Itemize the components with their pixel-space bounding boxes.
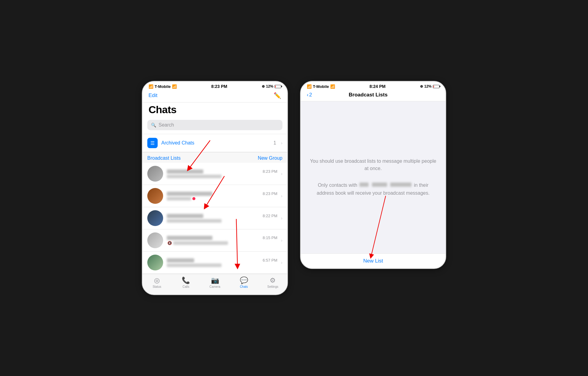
avatar xyxy=(147,255,163,270)
muted-icon: 🔇 xyxy=(167,241,172,245)
chat-row[interactable]: 8:23 PM › xyxy=(142,185,287,207)
pink-dot xyxy=(192,197,195,200)
chat-chevron: › xyxy=(281,238,282,243)
chats-icon: 💬 xyxy=(240,277,248,284)
back-label: 2 xyxy=(309,92,312,98)
compose-button[interactable]: ✏️ xyxy=(274,92,281,99)
chat-content: 8:23 PM xyxy=(167,191,277,200)
wifi-icon: 📶 xyxy=(172,84,177,89)
back-chevron-icon: ‹ xyxy=(307,92,309,98)
carrier-name-right: T-Mobile xyxy=(313,84,329,89)
chats-screen: 📶 T-Mobile 📶 8:23 PM ⊕ 12% Edit ✏️ xyxy=(142,81,288,295)
search-icon: 🔍 xyxy=(151,123,156,127)
wifi-icon-right: 📶 xyxy=(330,84,335,89)
chat-row[interactable]: 6:57 PM › xyxy=(142,252,287,274)
chat-time: 8:23 PM xyxy=(263,191,277,196)
right-phone: 📶 T-Mobile 📶 8:24 PM ⊕ 12% ‹ 2 xyxy=(300,81,446,269)
chat-content: 8:23 PM xyxy=(167,169,277,178)
chat-row[interactable]: 8:23 PM › xyxy=(142,163,287,185)
status-bar-right: 📶 T-Mobile 📶 8:24 PM ⊕ 12% xyxy=(301,82,446,90)
chat-preview-blur xyxy=(167,219,222,223)
info2-part1: Only contacts with xyxy=(318,183,357,188)
blur-word-3 xyxy=(390,183,411,187)
chat-time: 8:15 PM xyxy=(263,235,277,240)
chat-row[interactable]: 8:22 PM › xyxy=(142,207,287,229)
broadcast-info-text-1: You should use broadcast lists to messag… xyxy=(310,158,436,172)
avatar xyxy=(147,188,163,204)
carrier-info: 📶 T-Mobile 📶 xyxy=(149,84,177,89)
chat-chevron: › xyxy=(281,171,282,176)
chat-name-blur xyxy=(167,236,212,240)
settings-icon: ⚙ xyxy=(270,277,276,284)
chat-content: 6:57 PM xyxy=(167,258,277,267)
search-placeholder: Search xyxy=(159,122,174,128)
chat-name-blur xyxy=(167,214,203,218)
battery-icon-right xyxy=(433,85,439,88)
location-icon: ⊕ xyxy=(262,84,265,89)
signal-icon-right: 📶 xyxy=(307,84,312,89)
tab-chats-label: Chats xyxy=(240,285,248,288)
tab-settings-label: Settings xyxy=(267,285,278,288)
archived-chevron: › xyxy=(281,141,282,145)
location-icon-right: ⊕ xyxy=(420,84,423,89)
archived-label: Archived Chats xyxy=(161,140,270,146)
status-icon: ◎ xyxy=(154,277,160,284)
status-bar-left: 📶 T-Mobile 📶 8:23 PM ⊕ 12% xyxy=(142,82,287,90)
avatar xyxy=(147,232,163,248)
chat-preview-blur xyxy=(173,241,228,245)
chat-time: 6:57 PM xyxy=(263,258,277,263)
chat-list: 8:23 PM › 8:23 PM xyxy=(142,163,287,274)
battery-info-right: ⊕ 12% xyxy=(420,84,439,89)
search-bar[interactable]: 🔍 Search xyxy=(147,120,282,130)
archived-count: 1 xyxy=(273,140,276,146)
chats-nav-header: Edit ✏️ xyxy=(142,90,287,103)
tab-bar: ◎ Status 📞 Calls 📷 Camera 💬 Chats ⚙ xyxy=(142,274,287,294)
chat-time: 8:23 PM xyxy=(263,169,277,174)
broadcast-screen-title: Broadcast Lists xyxy=(349,92,388,98)
chat-content: 8:15 PM 🔇 xyxy=(167,235,277,245)
tab-settings[interactable]: ⚙ Settings xyxy=(258,277,287,288)
carrier-name: T-Mobile xyxy=(155,84,171,89)
archived-chats-row[interactable]: ☰ Archived Chats 1 › xyxy=(142,134,287,152)
archived-section: ☰ Archived Chats 1 › xyxy=(142,134,287,152)
time-right: 8:24 PM xyxy=(369,84,386,89)
broadcast-content: You should use broadcast lists to messag… xyxy=(301,101,446,253)
chat-name-blur xyxy=(167,192,212,196)
calls-icon: 📞 xyxy=(182,277,190,284)
blur-word-1 xyxy=(359,183,369,187)
chats-title: Chats xyxy=(149,104,281,116)
search-section: 🔍 Search xyxy=(142,119,287,134)
battery-icon-left xyxy=(275,85,281,88)
carrier-info-right: 📶 T-Mobile 📶 xyxy=(307,84,335,89)
tab-calls-label: Calls xyxy=(183,285,189,288)
time-left: 8:23 PM xyxy=(211,84,227,89)
back-button[interactable]: ‹ 2 xyxy=(307,92,312,98)
avatar xyxy=(147,210,163,226)
chat-name-blur xyxy=(167,258,194,263)
broadcast-nav-header: ‹ 2 Broadcast Lists xyxy=(301,90,446,101)
new-list-bar: New List xyxy=(301,253,446,268)
chat-row[interactable]: 8:15 PM 🔇 › xyxy=(142,229,287,252)
tab-calls[interactable]: 📞 Calls xyxy=(171,277,200,288)
avatar xyxy=(147,166,163,182)
new-list-button[interactable]: New List xyxy=(363,258,383,264)
tab-camera-label: Camera xyxy=(209,285,220,288)
edit-button[interactable]: Edit xyxy=(149,92,157,99)
left-phone: 📶 T-Mobile 📶 8:23 PM ⊕ 12% Edit ✏️ xyxy=(142,81,288,295)
blur-word-2 xyxy=(372,183,387,187)
chat-name-blur xyxy=(167,169,203,174)
broadcast-screen: 📶 T-Mobile 📶 8:24 PM ⊕ 12% ‹ 2 xyxy=(300,81,446,269)
signal-icon: 📶 xyxy=(149,84,153,89)
new-group-link[interactable]: New Group xyxy=(258,155,282,161)
broadcast-lists-link[interactable]: Broadcast Lists xyxy=(147,155,180,161)
page-title-section: Chats xyxy=(142,103,287,119)
tab-status[interactable]: ◎ Status xyxy=(142,277,171,288)
chat-chevron: › xyxy=(281,193,282,198)
section-actions: Broadcast Lists New Group xyxy=(142,152,287,163)
tab-status-label: Status xyxy=(152,285,161,288)
tab-chats[interactable]: 💬 Chats xyxy=(229,277,258,288)
chat-time: 8:22 PM xyxy=(263,214,277,218)
battery-percent-left: 12% xyxy=(266,84,273,89)
battery-info-left: ⊕ 12% xyxy=(262,84,281,89)
tab-camera[interactable]: 📷 Camera xyxy=(200,277,229,288)
